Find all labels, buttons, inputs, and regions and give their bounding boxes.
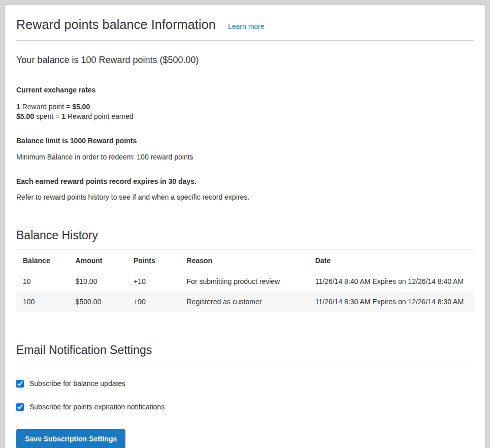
column-header-points: Points xyxy=(127,249,180,271)
cell-reason: For submitting product review xyxy=(180,271,309,292)
rate1-points: 1 xyxy=(16,103,20,111)
table-row: 10 $10.00 +10 For submitting product rev… xyxy=(16,271,474,292)
rate2-middle: spent = xyxy=(34,112,61,120)
rate2-tail: Reward point earned xyxy=(66,112,134,120)
cell-amount: $10.00 xyxy=(69,271,127,292)
balance-updates-option: Subscribe for balance updates xyxy=(16,379,474,388)
email-notification-section: Email Notification Settings Subscribe fo… xyxy=(16,343,474,448)
cell-date: 11/26/14 8:30 AM Expires on 12/26/14 8:3… xyxy=(309,292,474,312)
cell-balance: 10 xyxy=(16,271,69,292)
balance-updates-label: Subscribe for balance updates xyxy=(29,379,125,388)
table-row: 100 $500.00 +90 Registered as customer 1… xyxy=(16,292,474,312)
cell-date: 11/26/14 8:40 AM Expires on 12/26/14 8:4… xyxy=(309,271,474,292)
rate1-value: $5.00 xyxy=(72,103,90,111)
reward-points-card: Reward points balance Information Learn … xyxy=(5,5,485,448)
page-title: Reward points balance Information xyxy=(16,17,216,32)
balance-summary: Your balance is 100 Reward points ($500.… xyxy=(16,55,474,66)
cell-reason: Registered as customer xyxy=(180,292,309,312)
rate2-value: $5.00 xyxy=(16,112,34,120)
exchange-rates-title: Current exchange rates xyxy=(16,86,474,94)
balance-history-section: Balance History Balance Amount Points Re… xyxy=(16,229,474,312)
expiry-note-text: Refer to reward points history to see if… xyxy=(16,193,474,201)
cell-amount: $500.00 xyxy=(69,292,127,312)
minimum-balance-text: Minimum Balance in order to redeem: 100 … xyxy=(16,153,474,161)
exchange-rate-lines: 1 Reward point = $5.00 $5.00 spent = 1 R… xyxy=(16,102,474,121)
cell-points: +10 xyxy=(127,271,180,292)
balance-limit-text: Balance limit is 1000 Reward points xyxy=(16,137,474,145)
balance-updates-checkbox[interactable] xyxy=(16,380,24,388)
exchange-rate-line-2: $5.00 spent = 1 Reward point earned xyxy=(16,112,474,121)
expiration-notifications-checkbox[interactable] xyxy=(16,403,24,411)
email-settings-title: Email Notification Settings xyxy=(16,343,474,364)
learn-more-link[interactable]: Learn more xyxy=(228,22,265,30)
column-header-amount: Amount xyxy=(69,249,127,271)
save-subscription-button[interactable]: Save Subscription Settings xyxy=(16,429,125,448)
page-header: Reward points balance Information Learn … xyxy=(16,11,474,41)
cell-balance: 100 xyxy=(16,292,69,312)
column-header-date: Date xyxy=(309,249,474,271)
exchange-rate-line-1: 1 Reward point = $5.00 xyxy=(16,102,474,112)
balance-history-table: Balance Amount Points Reason Date 10 $10… xyxy=(16,249,474,312)
expiration-notifications-label: Subscribe for points expiration notifica… xyxy=(29,403,165,411)
column-header-reason: Reason xyxy=(180,249,309,271)
table-header-row: Balance Amount Points Reason Date xyxy=(16,249,474,271)
rate2-points: 1 xyxy=(61,112,66,120)
expiration-notifications-option: Subscribe for points expiration notifica… xyxy=(16,403,474,411)
rate1-middle: Reward point = xyxy=(20,103,72,111)
expiry-text: Each earned reward points record expires… xyxy=(16,177,474,185)
column-header-balance: Balance xyxy=(16,249,69,271)
balance-history-title: Balance History xyxy=(16,229,474,249)
cell-points: +90 xyxy=(127,292,180,312)
